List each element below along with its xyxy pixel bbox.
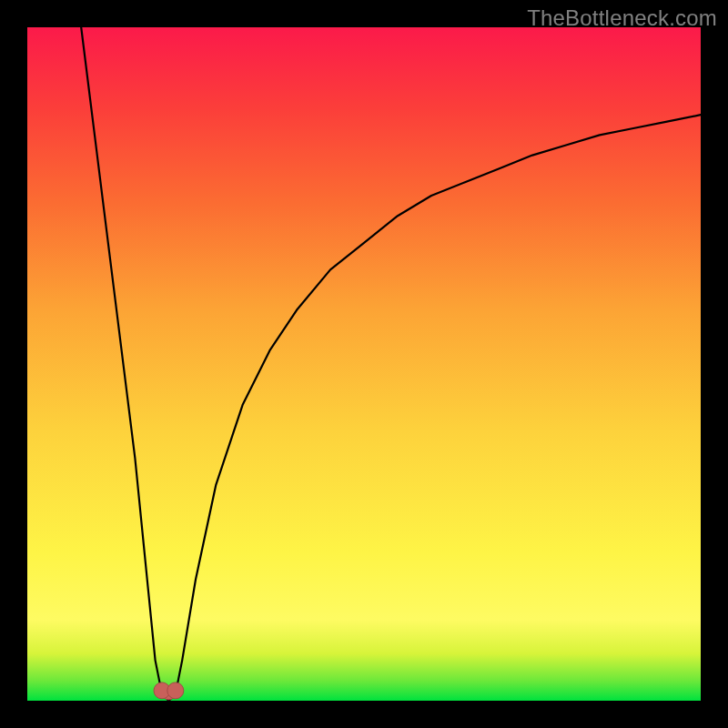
minimum-markers bbox=[154, 682, 184, 700]
bottleneck-curve bbox=[81, 27, 701, 701]
marker-min-right bbox=[167, 682, 184, 699]
curve-layer bbox=[27, 27, 701, 701]
plot-area bbox=[27, 27, 701, 701]
chart-frame: TheBottleneck.com bbox=[0, 0, 728, 728]
